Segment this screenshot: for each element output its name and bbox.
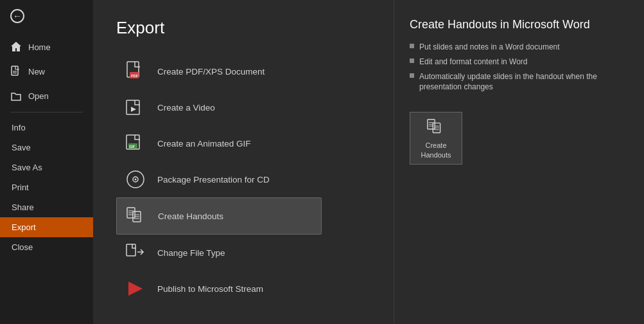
svg-rect-6: [126, 100, 139, 114]
open-icon: [10, 90, 22, 102]
right-panel-bullets: Put slides and notes in a Word document …: [410, 42, 629, 96]
export-item-video[interactable]: Create a Video: [116, 89, 322, 125]
export-list: PDF Create PDF/XPS Document Create a Vid…: [116, 53, 322, 307]
export-item-label: Create Handouts: [158, 212, 223, 221]
back-icon: ←: [10, 9, 24, 23]
export-item-label: Create an Animated GIF: [157, 139, 251, 148]
sidebar: ← Home New Open: [0, 0, 93, 324]
export-item-label: Change File Type: [157, 248, 225, 258]
sidebar-divider: [10, 112, 83, 113]
export-item-label: Create a Video: [157, 103, 215, 113]
create-handouts-button[interactable]: Create Handouts: [410, 112, 462, 165]
bullet-square: [410, 73, 414, 78]
sidebar-item-saveas[interactable]: Save As: [0, 158, 93, 177]
sidebar-item-home[interactable]: Home: [0, 35, 93, 59]
export-item-gif[interactable]: GIF Create an Animated GIF: [116, 125, 322, 161]
sidebar-nav: Home New Open: [0, 32, 93, 108]
bullet-text: Put slides and notes in a Word document: [419, 42, 560, 53]
sidebar-item-label: New: [28, 67, 45, 76]
home-icon: [10, 41, 22, 53]
bullet-item-2: Edit and format content in Word: [410, 57, 629, 68]
sidebar-item-close[interactable]: Close: [0, 237, 93, 257]
action-button-label-line2: Handouts: [421, 151, 451, 159]
handouts-icon: [125, 204, 148, 228]
sidebar-item-save[interactable]: Save: [0, 138, 93, 158]
back-button[interactable]: ←: [0, 0, 93, 32]
right-panel: Create Handouts in Microsoft Word Put sl…: [394, 0, 644, 324]
sidebar-item-share[interactable]: Share: [0, 197, 93, 217]
svg-text:PDF: PDF: [131, 74, 139, 78]
svg-point-13: [135, 179, 137, 181]
bullet-square: [410, 59, 414, 63]
export-item-label: Create PDF/XPS Document: [157, 67, 265, 76]
svg-text:GIF: GIF: [129, 145, 135, 148]
bullet-square: [410, 44, 414, 48]
video-icon: [124, 96, 147, 119]
pdf-icon: PDF: [124, 60, 147, 83]
action-button-label-line1: Create: [425, 141, 446, 150]
main-content: Export PDF Create PDF/XPS Document: [93, 0, 394, 324]
bullet-item-1: Put slides and notes in a Word document: [410, 42, 629, 53]
export-item-stream[interactable]: Publish to Microsoft Stream: [116, 271, 322, 307]
export-item-label: Publish to Microsoft Stream: [157, 284, 263, 294]
right-panel-title: Create Handouts in Microsoft Word: [410, 18, 629, 32]
stream-icon: [124, 277, 147, 300]
sidebar-item-new[interactable]: New: [0, 59, 93, 84]
export-item-changetype[interactable]: Change File Type: [116, 235, 322, 271]
sidebar-item-info[interactable]: Info: [0, 118, 93, 138]
export-item-package[interactable]: Package Presentation for CD: [116, 161, 322, 197]
sidebar-item-print[interactable]: Print: [0, 177, 93, 197]
bullet-text: Automatically update slides in the hando…: [419, 71, 629, 93]
bullet-text: Edit and format content in Word: [419, 57, 528, 68]
gif-icon: GIF: [124, 132, 147, 155]
svg-marker-7: [131, 107, 136, 112]
export-item-handouts[interactable]: Create Handouts: [116, 197, 322, 235]
action-button-icon: [426, 117, 446, 138]
sidebar-text-items: Info Save Save As Print Share Export Clo…: [0, 116, 93, 257]
changetype-icon: [124, 241, 147, 264]
sidebar-item-label: Open: [28, 91, 49, 101]
package-icon: [124, 168, 147, 191]
sidebar-item-open[interactable]: Open: [0, 84, 93, 108]
sidebar-item-export[interactable]: Export: [0, 217, 93, 237]
bullet-item-3: Automatically update slides in the hando…: [410, 71, 629, 93]
svg-rect-0: [12, 66, 18, 75]
export-item-label: Package Presentation for CD: [157, 175, 270, 184]
svg-marker-23: [128, 282, 143, 296]
export-item-pdf[interactable]: PDF Create PDF/XPS Document: [116, 53, 322, 89]
page-title: Export: [116, 18, 370, 38]
svg-rect-22: [126, 244, 135, 256]
sidebar-item-label: Home: [28, 42, 51, 52]
new-icon: [10, 66, 22, 77]
